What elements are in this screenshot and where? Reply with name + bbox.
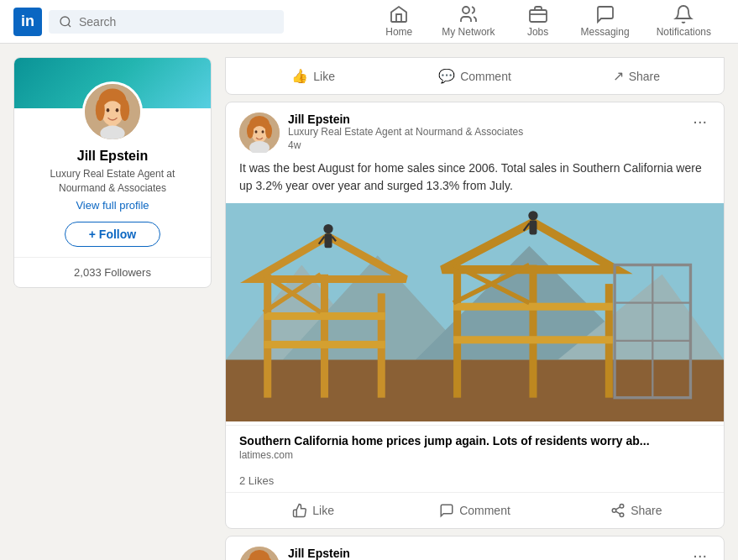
post-author-avatar bbox=[239, 113, 280, 153]
home-icon bbox=[389, 4, 409, 24]
share-button-top[interactable]: ↗ Share bbox=[556, 61, 717, 91]
nav-item-home[interactable]: Home bbox=[369, 0, 428, 44]
link-preview: Southern California home prices jump aga… bbox=[226, 425, 724, 469]
top-partial-actions: 👍 Like 💬 Comment ↗ Share bbox=[226, 58, 724, 94]
view-full-profile-link[interactable]: View full profile bbox=[14, 199, 211, 212]
share-button-1[interactable]: Share bbox=[556, 496, 717, 525]
nav-item-my-network[interactable]: My Network bbox=[428, 0, 508, 44]
page-content: Jill Epstein Luxury Real Estate Agent at… bbox=[0, 44, 738, 560]
svg-line-58 bbox=[616, 511, 620, 514]
main-feed: 👍 Like 💬 Comment ↗ Share bbox=[225, 57, 725, 560]
svg-point-57 bbox=[620, 513, 624, 517]
comment-button-top[interactable]: 💬 Comment bbox=[394, 61, 555, 91]
post-header-1: Jill Epstein Luxury Real Estate Agent at… bbox=[226, 102, 724, 160]
post-more-menu[interactable]: ··· bbox=[689, 113, 710, 129]
bell-icon bbox=[673, 4, 694, 24]
like-button-1[interactable]: Like bbox=[233, 496, 394, 525]
avatar-image bbox=[85, 81, 140, 142]
people-icon bbox=[458, 4, 479, 24]
svg-rect-53 bbox=[529, 220, 536, 234]
comment-icon-top: 💬 bbox=[438, 68, 455, 84]
post-meta-partial: Jill Epstein bbox=[288, 547, 681, 560]
svg-rect-49 bbox=[324, 233, 332, 248]
post-meta-1: Jill Epstein Luxury Real Estate Agent at… bbox=[288, 113, 681, 151]
post-more-menu-partial[interactable]: ··· bbox=[689, 547, 710, 560]
svg-rect-27 bbox=[226, 359, 724, 421]
svg-line-59 bbox=[616, 507, 620, 510]
post-image-wrap bbox=[226, 203, 724, 425]
svg-rect-37 bbox=[453, 303, 613, 311]
share-icon-1 bbox=[610, 503, 625, 518]
briefcase-icon bbox=[528, 4, 548, 24]
share-icon-top: ↗ bbox=[613, 68, 624, 84]
post-avatar-image bbox=[239, 113, 280, 153]
svg-point-55 bbox=[620, 505, 624, 509]
like-icon-top: 👍 bbox=[291, 68, 308, 84]
linkedin-logo[interactable]: in bbox=[13, 8, 42, 36]
svg-point-17 bbox=[247, 123, 254, 139]
svg-point-48 bbox=[323, 224, 332, 233]
post-card-1: Jill Epstein Luxury Real Estate Agent at… bbox=[225, 102, 725, 529]
svg-point-2 bbox=[463, 7, 469, 13]
svg-rect-3 bbox=[530, 10, 547, 22]
svg-line-1 bbox=[68, 24, 71, 27]
post-time: 4w bbox=[288, 139, 681, 151]
svg-point-16 bbox=[252, 126, 267, 143]
post-body-1: It was the best August for home sales si… bbox=[226, 160, 724, 203]
comment-icon-1 bbox=[439, 503, 454, 518]
top-partial-post: 👍 Like 💬 Comment ↗ Share bbox=[225, 57, 725, 95]
follow-button[interactable]: + Follow bbox=[65, 222, 160, 247]
nav-item-jobs[interactable]: Jobs bbox=[509, 0, 568, 44]
svg-rect-31 bbox=[264, 312, 385, 320]
comment-button-1[interactable]: Comment bbox=[394, 496, 555, 525]
post-image bbox=[226, 203, 724, 421]
link-headline: Southern California home prices jump aga… bbox=[239, 434, 710, 447]
svg-point-0 bbox=[60, 17, 70, 26]
search-icon bbox=[59, 15, 72, 29]
post-author-subtitle: Luxury Real Estate Agent at Nourmand & A… bbox=[288, 126, 681, 138]
followers-count: 2,033 Followers bbox=[14, 257, 211, 287]
profile-card: Jill Epstein Luxury Real Estate Agent at… bbox=[13, 57, 212, 288]
svg-point-19 bbox=[255, 130, 258, 133]
svg-point-20 bbox=[262, 130, 264, 133]
svg-point-11 bbox=[116, 108, 119, 113]
svg-point-10 bbox=[107, 108, 110, 113]
chat-icon bbox=[595, 4, 615, 24]
svg-point-9 bbox=[120, 99, 129, 121]
search-box[interactable] bbox=[49, 10, 284, 34]
svg-point-7 bbox=[102, 101, 123, 125]
svg-point-56 bbox=[612, 509, 616, 513]
svg-point-18 bbox=[265, 123, 272, 139]
post-author-name: Jill Epstein bbox=[288, 113, 681, 126]
post-actions-1: Like Comment Share bbox=[226, 493, 724, 528]
post-likes: 2 Likes bbox=[226, 469, 724, 493]
svg-rect-29 bbox=[321, 275, 328, 398]
link-source: latimes.com bbox=[239, 449, 710, 461]
svg-point-8 bbox=[96, 99, 105, 121]
post-header-partial: Jill Epstein ··· bbox=[226, 536, 724, 560]
nav-items: Home My Network Jobs bbox=[369, 0, 725, 44]
post-avatar-partial-image bbox=[239, 547, 280, 560]
top-navigation: in Home My Network bbox=[0, 0, 738, 44]
nav-item-messaging[interactable]: Messaging bbox=[568, 0, 643, 44]
avatar bbox=[82, 81, 143, 142]
svg-rect-38 bbox=[453, 336, 613, 343]
profile-title: Luxury Real Estate Agent at Nourmand & A… bbox=[28, 167, 197, 196]
svg-point-13 bbox=[100, 126, 124, 141]
search-input[interactable] bbox=[79, 15, 274, 29]
profile-name: Jill Epstein bbox=[24, 149, 201, 164]
post-avatar-partial bbox=[239, 547, 280, 560]
nav-item-notifications[interactable]: Notifications bbox=[643, 0, 725, 44]
svg-point-52 bbox=[528, 211, 537, 220]
svg-rect-35 bbox=[529, 265, 536, 398]
svg-rect-28 bbox=[264, 275, 271, 398]
like-button-top[interactable]: 👍 Like bbox=[233, 61, 394, 91]
post-author-partial: Jill Epstein bbox=[288, 547, 681, 560]
avatar-wrap bbox=[14, 81, 211, 142]
svg-rect-34 bbox=[453, 265, 461, 398]
sidebar: Jill Epstein Luxury Real Estate Agent at… bbox=[13, 57, 212, 560]
like-icon-1 bbox=[292, 503, 307, 518]
post-card-partial: Jill Epstein ··· bbox=[225, 536, 725, 560]
svg-rect-32 bbox=[264, 341, 385, 348]
